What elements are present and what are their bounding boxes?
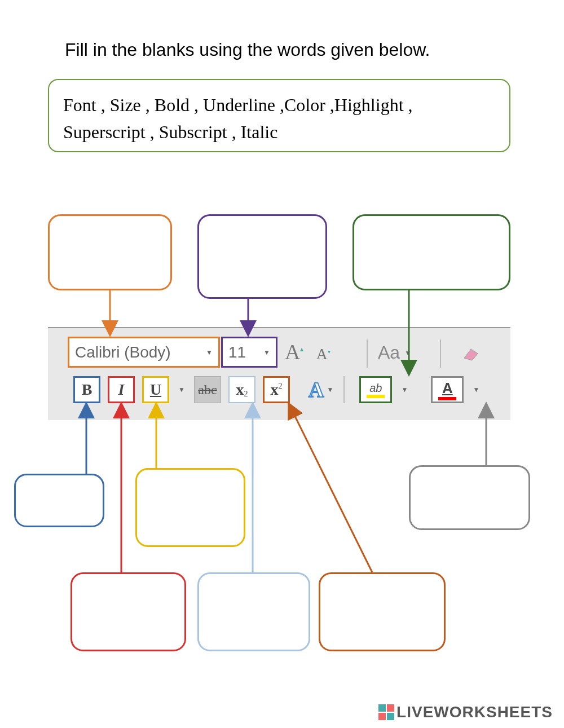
clear-formatting-icon[interactable] — [460, 342, 482, 370]
bold-button[interactable]: B — [73, 376, 100, 403]
highlight-button[interactable]: ab — [359, 376, 392, 403]
blank-superscript[interactable] — [319, 572, 446, 651]
watermark-logo-icon — [378, 704, 394, 720]
font-color-dropdown[interactable]: ▼ — [471, 376, 481, 403]
blank-subscript[interactable] — [197, 572, 310, 651]
highlight-dropdown[interactable]: ▼ — [399, 376, 409, 403]
italic-button[interactable]: I — [108, 376, 135, 403]
dropdown-icon: ▼ — [327, 386, 333, 394]
underline-dropdown[interactable]: ▼ — [177, 376, 187, 403]
strikethrough-button[interactable]: abc — [194, 376, 221, 403]
grow-shrink-font[interactable]: A▴ A▾ — [285, 339, 331, 364]
separator — [343, 376, 345, 403]
instruction-text: Fill in the blanks using the words given… — [65, 39, 430, 60]
font-size-selector[interactable]: 11 ▼ — [221, 337, 277, 368]
shrink-font-icon: A▾ — [316, 345, 330, 363]
blank-color[interactable] — [409, 465, 530, 530]
separator — [440, 339, 441, 368]
superscript-button[interactable]: x2 — [263, 376, 290, 403]
blank-font[interactable] — [48, 214, 172, 290]
dropdown-icon: ▼ — [206, 348, 213, 356]
blank-italic[interactable] — [70, 572, 186, 651]
font-size-value: 11 — [228, 343, 246, 361]
word-bank: Font , Size , Bold , Underline ,Color ,H… — [48, 79, 510, 152]
change-case-icon: Aa — [378, 342, 400, 363]
dropdown-icon: ▼ — [263, 348, 270, 356]
font-ribbon: Calibri (Body) ▼ 11 ▼ A▴ A▾ Aa ▼ B I U ▼… — [48, 327, 510, 420]
change-case-button[interactable]: Aa ▼ — [378, 342, 411, 363]
dropdown-icon: ▼ — [404, 349, 411, 357]
text-effects-icon: A — [309, 377, 324, 402]
blank-size[interactable] — [197, 214, 327, 299]
underline-button[interactable]: U — [142, 376, 169, 403]
watermark-text: LIVEWORKSHEETS — [396, 703, 553, 721]
font-name-value: Calibri (Body) — [75, 343, 171, 361]
font-color-bar — [438, 397, 456, 400]
blank-underline[interactable] — [135, 468, 245, 547]
font-color-button[interactable]: A — [431, 376, 464, 403]
blank-highlight[interactable] — [352, 214, 510, 290]
font-name-selector[interactable]: Calibri (Body) ▼ — [68, 337, 220, 368]
separator — [367, 339, 368, 368]
highlight-icon: ab — [369, 382, 382, 395]
subscript-button[interactable]: x2 — [228, 376, 255, 403]
grow-font-icon: A▴ — [285, 339, 303, 364]
watermark: LIVEWORKSHEETS — [378, 703, 553, 721]
blank-bold[interactable] — [14, 474, 104, 527]
highlight-color-bar — [367, 395, 385, 398]
text-effects-button[interactable]: A ▼ — [309, 377, 333, 402]
font-color-icon: A — [442, 380, 453, 397]
